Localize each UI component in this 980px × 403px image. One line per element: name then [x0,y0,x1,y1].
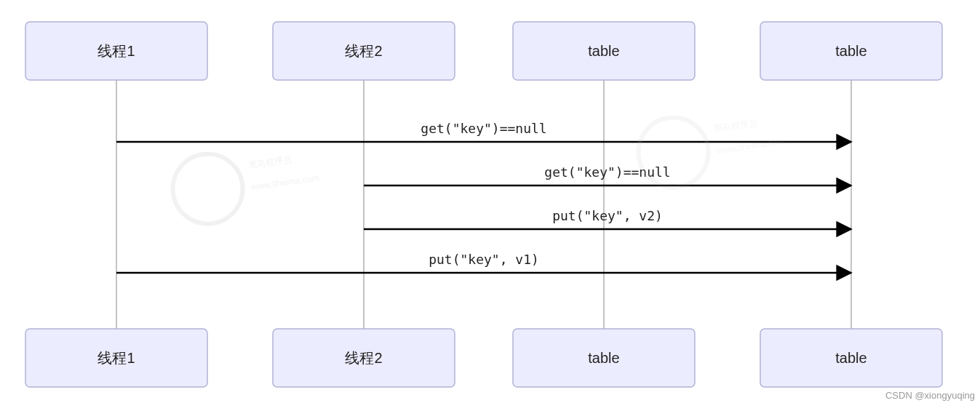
participant-label: 线程2 [345,43,382,59]
svg-text:www.itheima.com: www.itheima.com [250,172,319,192]
participant-top-p4: table [760,22,942,80]
svg-text:黑马程序员: 黑马程序员 [714,118,758,134]
message-m3: put("key", v2) [364,208,851,229]
svg-text:黑马程序员: 黑马程序员 [248,154,292,170]
participant-label: 线程1 [97,43,135,59]
participant-bottom-p3: table [513,329,695,387]
message-label: put("key", v1) [429,252,539,267]
svg-point-15 [634,113,712,191]
participant-bottom-p4: table [760,329,942,387]
svg-point-12 [168,149,247,228]
message-label: get("key")==null [421,121,546,136]
message-m2: get("key")==null [364,164,851,185]
participant-top-p2: 线程2 [273,22,455,80]
participant-top-p3: table [513,22,695,80]
participant-bottom-p1: 线程1 [25,329,207,387]
svg-text:www.itheima.com: www.itheima.com [716,136,785,156]
participant-bottom-p2: 线程2 [273,329,455,387]
credit-text: CSDN @xiongyuqing [885,390,975,401]
participant-label: table [835,43,867,59]
watermark-left: 黑马程序员 www.itheima.com [168,139,323,228]
message-label: put("key", v2) [552,208,663,223]
participant-label: table [588,43,619,59]
participant-label: 线程2 [345,350,382,366]
sequence-diagram: 线程1 线程2 table table 线程1 线程2 table table … [0,0,980,403]
participant-top-p1: 线程1 [25,22,207,80]
message-m4: put("key", v1) [116,252,851,273]
participant-label: table [588,350,619,366]
participant-label: table [835,350,867,366]
participant-label: 线程1 [97,350,135,366]
